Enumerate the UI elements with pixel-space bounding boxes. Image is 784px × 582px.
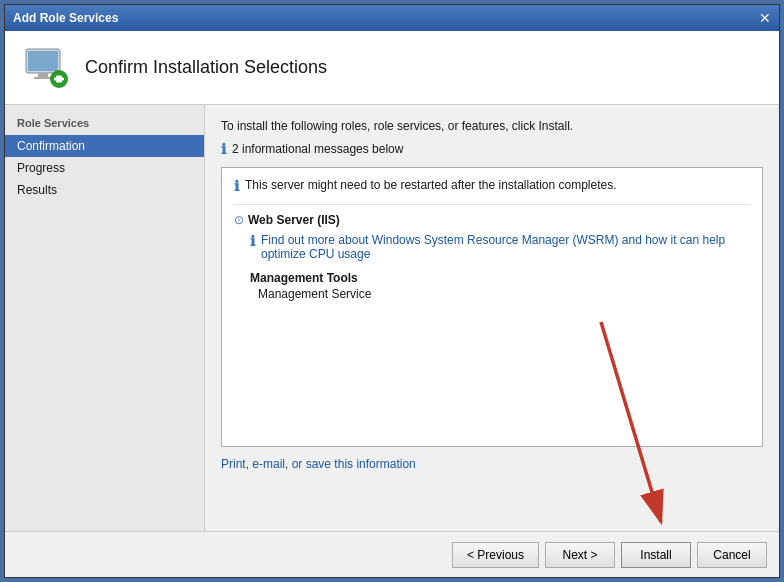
- next-button[interactable]: Next >: [545, 542, 615, 568]
- dialog-title: Add Role Services: [13, 11, 118, 25]
- sidebar-item-progress[interactable]: Progress: [5, 157, 204, 179]
- close-button[interactable]: ✕: [759, 11, 771, 25]
- info-count-text: 2 informational messages below: [232, 142, 403, 156]
- restart-notice: ℹ This server might need to be restarted…: [234, 178, 750, 205]
- svg-line-8: [601, 322, 661, 522]
- install-button[interactable]: Install: [621, 542, 691, 568]
- sidebar-item-confirmation[interactable]: Confirmation: [5, 135, 204, 157]
- print-link[interactable]: Print, e-mail, or save this information: [221, 457, 416, 471]
- info-bar: ℹ 2 informational messages below: [221, 141, 763, 157]
- svg-rect-2: [38, 73, 48, 77]
- title-bar: Add Role Services ✕: [5, 5, 779, 31]
- cancel-button[interactable]: Cancel: [697, 542, 767, 568]
- management-tools-title: Management Tools: [250, 271, 750, 285]
- collapse-icon[interactable]: ⊙: [234, 213, 244, 227]
- wizard-icon: [21, 43, 71, 93]
- web-server-title: Web Server (IIS): [248, 213, 340, 227]
- web-server-section-header: ⊙ Web Server (IIS): [234, 213, 750, 227]
- management-tools-section: Management Tools Management Service: [250, 271, 750, 301]
- svg-rect-3: [34, 77, 52, 79]
- management-service-item: Management Service: [258, 287, 750, 301]
- sidebar-item-results[interactable]: Results: [5, 179, 204, 201]
- restart-info-icon: ℹ: [234, 178, 239, 194]
- svg-rect-6: [54, 77, 64, 80]
- info-icon: ℹ: [221, 141, 226, 157]
- footer: < Previous Next > Install Cancel: [5, 531, 779, 577]
- header-section: Confirm Installation Selections: [5, 31, 779, 105]
- arrow-annotation: [571, 312, 691, 542]
- previous-button[interactable]: < Previous: [452, 542, 539, 568]
- wsrm-info: ℹ Find out more about Windows System Res…: [250, 233, 750, 261]
- page-title: Confirm Installation Selections: [85, 57, 327, 78]
- add-role-services-dialog: Add Role Services ✕ Confirm Installation…: [4, 4, 780, 578]
- intro-text: To install the following roles, role ser…: [221, 119, 763, 133]
- wsrm-info-icon: ℹ: [250, 233, 255, 249]
- svg-rect-1: [28, 51, 58, 71]
- wsrm-link[interactable]: Find out more about Windows System Resou…: [261, 233, 750, 261]
- sidebar-group-label: Role Services: [5, 113, 204, 135]
- content-area: To install the following roles, role ser…: [205, 105, 779, 531]
- sidebar: Role Services Confirmation Progress Resu…: [5, 105, 205, 531]
